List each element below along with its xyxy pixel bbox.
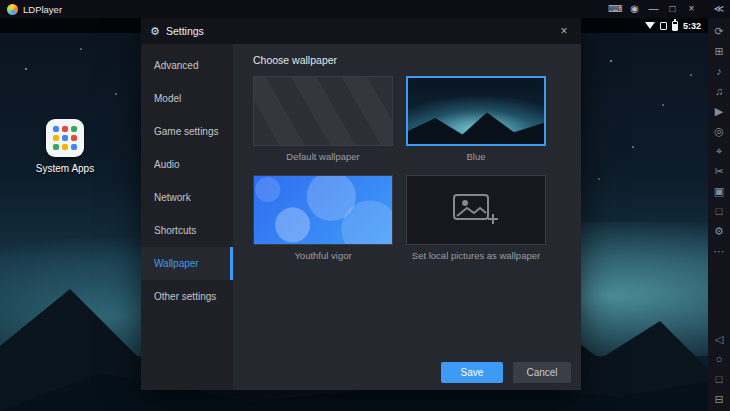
settings-menu-item-wallpaper[interactable]: Wallpaper bbox=[141, 247, 233, 280]
settings-menu-item-model[interactable]: Model bbox=[141, 82, 233, 115]
wallpaper-thumb-local-pictures[interactable] bbox=[406, 175, 546, 245]
wallpaper-label: Blue bbox=[406, 151, 546, 163]
settings-menu-item-game-settings[interactable]: Game settings bbox=[141, 115, 233, 148]
screenshot-icon[interactable]: ✂ bbox=[708, 161, 730, 181]
volume-down-icon[interactable]: ♫ bbox=[708, 81, 730, 101]
battery-icon bbox=[672, 21, 678, 31]
title-bar: LDPlayer ⌨ ◉ — □ × ≪ bbox=[0, 0, 730, 18]
emulator-side-toolbar: ⟳ ⊞ ♪ ♫ ▶ ◎ ⌖ ✂ ▣ □ ⚙ ⋯ ◁ ○ □ ⊟ bbox=[708, 18, 730, 411]
ldplayer-window: LDPlayer ⌨ ◉ — □ × ≪ 5:32 bbox=[0, 0, 730, 411]
settings-menu-item-audio[interactable]: Audio bbox=[141, 148, 233, 181]
wallpaper-grid: Default wallpaper Blue Youthful vigor bbox=[253, 76, 563, 262]
wallpaper-option-blue: Blue bbox=[406, 76, 546, 163]
settings-menu: Advanced Model Game settings Audio Netwo… bbox=[141, 44, 233, 390]
app-title: LDPlayer bbox=[23, 4, 62, 15]
multi-instance-icon[interactable]: ⊞ bbox=[708, 41, 730, 61]
location-icon[interactable]: ⌖ bbox=[708, 141, 730, 161]
wallpaper-thumb-default[interactable] bbox=[253, 76, 393, 146]
app-dot bbox=[62, 135, 68, 141]
wallpaper-option-local-pictures: Set local pictures as wallpaper bbox=[406, 175, 546, 262]
cancel-button[interactable]: Cancel bbox=[513, 362, 571, 383]
reboot-icon[interactable]: ⟳ bbox=[708, 21, 730, 41]
save-button[interactable]: Save bbox=[441, 362, 503, 383]
settings-content-pane: Choose wallpaper Default wallpaper Blue bbox=[233, 44, 581, 390]
settings-menu-item-shortcuts[interactable]: Shortcuts bbox=[141, 214, 233, 247]
fullscreen-icon[interactable]: □ bbox=[708, 201, 730, 221]
settings-menu-item-other-settings[interactable]: Other settings bbox=[141, 280, 233, 313]
system-apps-label: System Apps bbox=[33, 163, 97, 174]
settings-dialog-body: Advanced Model Game settings Audio Netwo… bbox=[141, 44, 581, 390]
wallpaper-label: Set local pictures as wallpaper bbox=[406, 250, 546, 262]
settings-dialog-header: ⚙ Settings × bbox=[141, 18, 581, 44]
app-dot bbox=[53, 126, 59, 132]
wallpaper-thumb-youthful-vigor[interactable] bbox=[253, 175, 393, 245]
toolbar-settings-icon[interactable]: ⚙ bbox=[708, 221, 730, 241]
settings-dialog: ⚙ Settings × Advanced Model Game setting… bbox=[141, 18, 581, 390]
minimize-button[interactable]: — bbox=[644, 0, 663, 18]
operation-recorder-icon[interactable]: ▶ bbox=[708, 101, 730, 121]
system-apps-icon[interactable] bbox=[46, 119, 84, 157]
wifi-icon bbox=[645, 22, 655, 29]
close-button[interactable]: × bbox=[682, 0, 701, 18]
android-back-button[interactable]: ◁ bbox=[708, 329, 730, 349]
wallpaper-settings: Choose wallpaper Default wallpaper Blue bbox=[233, 44, 581, 354]
app-dot bbox=[62, 126, 68, 132]
wallpaper-label: Default wallpaper bbox=[253, 151, 393, 163]
status-time: 5:32 bbox=[683, 21, 701, 31]
notification-icon bbox=[660, 22, 667, 30]
add-picture-icon bbox=[452, 193, 500, 227]
gamepad-icon[interactable]: ◉ bbox=[625, 0, 644, 18]
titlebar-controls: ⌨ ◉ — □ × ≪ bbox=[606, 0, 730, 18]
app-drawer-button[interactable]: ⊟ bbox=[708, 389, 730, 409]
app-dot bbox=[62, 144, 68, 150]
wallpaper-label: Youthful vigor bbox=[253, 250, 393, 262]
collapse-sidebar-button[interactable]: ≪ bbox=[708, 0, 730, 18]
keyboard-icon[interactable]: ⌨ bbox=[606, 0, 625, 18]
ldplayer-logo-icon bbox=[7, 4, 18, 15]
video-record-icon[interactable]: ▣ bbox=[708, 181, 730, 201]
wallpaper-option-default: Default wallpaper bbox=[253, 76, 393, 163]
app-dot bbox=[71, 135, 77, 141]
wallpaper-option-youthful-vigor: Youthful vigor bbox=[253, 175, 393, 262]
dialog-footer: Save Cancel bbox=[233, 354, 581, 390]
android-home-button[interactable]: ○ bbox=[708, 349, 730, 369]
settings-dialog-title: Settings bbox=[166, 25, 204, 37]
app-dot bbox=[53, 135, 59, 141]
system-apps-shortcut[interactable]: System Apps bbox=[33, 119, 97, 174]
gamepad-tool-icon[interactable]: ◎ bbox=[708, 121, 730, 141]
more-icon[interactable]: ⋯ bbox=[708, 241, 730, 261]
settings-menu-item-network[interactable]: Network bbox=[141, 181, 233, 214]
gear-icon: ⚙ bbox=[150, 25, 160, 38]
app-dot bbox=[53, 144, 59, 150]
dialog-close-icon[interactable]: × bbox=[556, 24, 572, 38]
wallpaper-thumb-blue[interactable] bbox=[406, 76, 546, 146]
app-dot bbox=[71, 126, 77, 132]
app-dot bbox=[71, 144, 77, 150]
volume-up-icon[interactable]: ♪ bbox=[708, 61, 730, 81]
maximize-button[interactable]: □ bbox=[663, 0, 682, 18]
choose-wallpaper-heading: Choose wallpaper bbox=[253, 54, 563, 66]
android-recents-button[interactable]: □ bbox=[708, 369, 730, 389]
settings-menu-item-advanced[interactable]: Advanced bbox=[141, 49, 233, 82]
